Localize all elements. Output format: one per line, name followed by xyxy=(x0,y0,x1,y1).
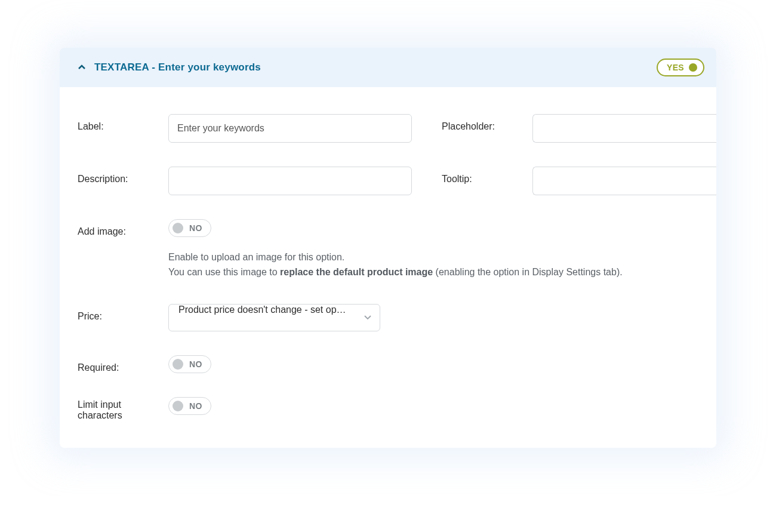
add-image-help-text: Enable to upload an image for this optio… xyxy=(168,250,623,280)
label-tooltip: Tooltip: xyxy=(442,167,521,184)
row-add-image: Add image: NO Enable to upload an image … xyxy=(78,219,716,280)
field-add-image: Add image: NO Enable to upload an image … xyxy=(78,219,623,280)
label-limit-chars: Limit input characters xyxy=(78,397,156,421)
limit-chars-toggle[interactable]: NO xyxy=(168,397,211,415)
row-label-placeholder: Label: Placeholder: xyxy=(78,114,716,143)
add-image-toggle[interactable]: NO xyxy=(168,219,211,237)
label-required: Required: xyxy=(78,355,156,373)
header-left: TEXTAREA - Enter your keywords xyxy=(78,61,261,73)
help-line2-pre: You can use this image to xyxy=(168,267,280,277)
toggle-dot-icon xyxy=(173,359,183,370)
toggle-dot-icon xyxy=(173,401,183,411)
label-description: Description: xyxy=(78,167,156,184)
badge-dot-icon xyxy=(689,63,697,72)
panel-body: Label: Placeholder: Description: Tooltip… xyxy=(60,87,716,448)
row-description-tooltip: Description: Tooltip: xyxy=(78,167,716,195)
field-description: Description: xyxy=(78,167,412,195)
help-line2-bold: replace the default product image xyxy=(280,267,433,277)
field-required: Required: NO xyxy=(78,355,211,373)
price-select[interactable]: Product price doesn't change - set op… xyxy=(168,304,380,331)
chevron-up-icon xyxy=(78,63,86,72)
field-tooltip: Tooltip: xyxy=(442,167,716,195)
settings-panel: TEXTAREA - Enter your keywords YES Label… xyxy=(60,48,716,448)
field-label: Label: xyxy=(78,114,412,143)
panel-header[interactable]: TEXTAREA - Enter your keywords YES xyxy=(60,48,716,87)
enabled-badge-label: YES xyxy=(667,63,684,72)
limit-chars-toggle-label: NO xyxy=(189,401,202,411)
row-limit-chars: Limit input characters NO xyxy=(78,397,716,421)
required-toggle[interactable]: NO xyxy=(168,355,211,373)
placeholder-input[interactable] xyxy=(532,114,716,143)
label-placeholder: Placeholder: xyxy=(442,114,521,132)
help-line2-post: (enabling the option in Display Settings… xyxy=(433,267,623,277)
help-line2: You can use this image to replace the de… xyxy=(168,265,623,280)
required-toggle-label: NO xyxy=(189,359,202,369)
help-line1: Enable to upload an image for this optio… xyxy=(168,250,623,265)
tooltip-input[interactable] xyxy=(532,167,716,195)
field-placeholder: Placeholder: xyxy=(442,114,716,143)
add-image-toggle-label: NO xyxy=(189,223,202,233)
row-price: Price: Product price doesn't change - se… xyxy=(78,304,716,331)
field-limit-chars: Limit input characters NO xyxy=(78,397,211,421)
label-label: Label: xyxy=(78,114,156,132)
panel-title: TEXTAREA - Enter your keywords xyxy=(94,61,261,73)
label-input[interactable] xyxy=(168,114,412,143)
enabled-badge[interactable]: YES xyxy=(657,59,704,76)
label-price: Price: xyxy=(78,304,156,322)
label-add-image: Add image: xyxy=(78,219,156,237)
row-required: Required: NO xyxy=(78,355,716,373)
price-select-wrap: Product price doesn't change - set op… xyxy=(168,304,380,331)
field-price: Price: Product price doesn't change - se… xyxy=(78,304,380,331)
description-input[interactable] xyxy=(168,167,412,195)
toggle-dot-icon xyxy=(173,223,183,233)
